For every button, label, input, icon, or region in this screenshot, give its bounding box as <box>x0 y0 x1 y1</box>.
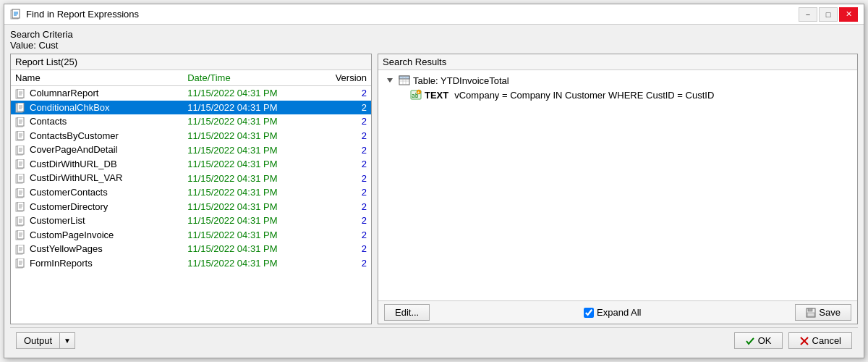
tree-text-expression: vCompany = Company IN Customer WHERE Cus… <box>454 90 714 101</box>
table-row[interactable]: CustDirWithURL_DB11/15/2022 04:31 PM2 <box>11 157 371 172</box>
report-version: 2 <box>324 86 371 101</box>
svg-marker-70 <box>387 78 393 83</box>
report-version: 2 <box>324 256 371 271</box>
table-row[interactable]: CustomerContacts11/15/2022 04:31 PM2 <box>11 185 371 200</box>
maximize-button[interactable]: □ <box>819 7 838 22</box>
report-datetime: 11/15/2022 04:31 PM <box>183 157 324 172</box>
report-icon <box>15 159 27 169</box>
minimize-button[interactable]: − <box>799 7 817 22</box>
output-button[interactable]: Output <box>17 333 59 348</box>
report-icon <box>15 103 27 113</box>
report-icon <box>15 117 27 127</box>
report-icon <box>15 245 27 255</box>
tree-text-node: ab + TEXT vCompany = Company IN Customer… <box>407 88 854 102</box>
report-list-panel: Report List(25) Name Date/Time Version <box>10 54 372 324</box>
report-version: 2 <box>324 228 371 243</box>
main-panels: Report List(25) Name Date/Time Version <box>10 54 858 324</box>
table-row[interactable]: CustomPageInvoice11/15/2022 04:31 PM2 <box>11 228 371 243</box>
tree-table-node: Table: YTDInvoiceTotal <box>381 73 854 88</box>
report-icon <box>15 146 27 156</box>
col-header-version: Version <box>324 70 371 86</box>
expand-all-checkbox[interactable] <box>584 308 594 318</box>
svg-rect-72 <box>399 76 409 79</box>
report-name: ContactsByCustomer <box>30 130 119 141</box>
report-icon <box>15 202 27 212</box>
output-split-button[interactable]: Output ▼ <box>16 332 75 349</box>
output-arrow[interactable]: ▼ <box>59 333 75 348</box>
report-datetime: 11/15/2022 04:31 PM <box>183 242 324 256</box>
report-icon <box>15 89 27 99</box>
report-datetime: 11/15/2022 04:31 PM <box>183 114 324 129</box>
bottom-left: Output ▼ <box>16 332 75 349</box>
window-icon <box>10 9 22 20</box>
report-datetime: 11/15/2022 04:31 PM <box>183 143 324 157</box>
window-title: Find in Report Expressions <box>26 9 139 20</box>
table-icon <box>399 75 410 86</box>
text-expression-icon: ab + <box>410 89 422 101</box>
table-row[interactable]: Contacts11/15/2022 04:31 PM2 <box>11 114 371 129</box>
col-header-datetime: Date/Time <box>183 70 324 86</box>
table-row[interactable]: ContactsByCustomer11/15/2022 04:31 PM2 <box>11 129 371 143</box>
report-icon <box>15 230 27 240</box>
tree-expand-toggle[interactable] <box>384 75 396 86</box>
report-datetime: 11/15/2022 04:31 PM <box>183 185 324 200</box>
title-controls: − □ ✕ <box>799 7 858 22</box>
report-icon <box>15 188 27 198</box>
search-criteria-label: Search Criteria <box>10 29 858 40</box>
report-icon <box>15 258 27 269</box>
report-datetime: 11/15/2022 04:31 PM <box>183 101 324 115</box>
report-name: CustomerList <box>30 215 85 226</box>
search-results-panel: Search Results <box>378 54 858 324</box>
table-row[interactable]: CustomerList11/15/2022 04:31 PM2 <box>11 214 371 228</box>
search-results-header: Search Results <box>378 54 857 70</box>
report-table[interactable]: Name Date/Time Version ColumnarReport11/… <box>11 70 371 324</box>
window-content: Search Criteria Value: Cust Report List(… <box>4 25 864 358</box>
table-row[interactable]: ColumnarReport11/15/2022 04:31 PM2 <box>11 86 371 101</box>
report-name: Contacts <box>30 116 67 127</box>
search-criteria-section: Search Criteria Value: Cust <box>10 29 858 51</box>
title-bar: Find in Report Expressions − □ ✕ <box>4 4 864 25</box>
title-bar-left: Find in Report Expressions <box>10 9 139 20</box>
report-version: 2 <box>324 129 371 143</box>
table-row[interactable]: CustYellowPages11/15/2022 04:31 PM2 <box>11 242 371 256</box>
search-results-tree: Table: YTDInvoiceTotal ab + <box>378 70 857 300</box>
tree-child-area: ab + TEXT vCompany = Company IN Customer… <box>407 88 854 102</box>
report-datetime: 11/15/2022 04:31 PM <box>183 86 324 101</box>
report-name: ColumnarReport <box>30 88 98 98</box>
report-icon <box>15 174 27 184</box>
report-version: 2 <box>324 171 371 185</box>
bottom-right: OK Cancel <box>734 332 852 349</box>
cancel-button[interactable]: Cancel <box>788 332 852 349</box>
report-name: CustDirWithURL_DB <box>30 159 117 169</box>
svg-rect-81 <box>808 308 812 311</box>
report-datetime: 11/15/2022 04:31 PM <box>183 129 324 143</box>
table-row[interactable]: CustDirWithURL_VAR11/15/2022 04:31 PM2 <box>11 171 371 185</box>
table-row[interactable]: CustomerDirectory11/15/2022 04:31 PM2 <box>11 200 371 214</box>
expand-all-text: Expand All <box>597 307 641 318</box>
edit-button[interactable]: Edit... <box>384 304 430 321</box>
report-version: 2 <box>324 114 371 129</box>
report-version: 2 <box>324 143 371 157</box>
report-icon <box>15 216 27 227</box>
table-row[interactable]: FormInReports11/15/2022 04:31 PM2 <box>11 256 371 271</box>
table-row[interactable]: CoverPageAndDetail11/15/2022 04:31 PM2 <box>11 143 371 157</box>
report-list-header: Report List(25) <box>11 54 371 70</box>
report-name: CoverPageAndDetail <box>30 144 117 155</box>
expand-all-label[interactable]: Expand All <box>584 307 641 318</box>
report-version: 2 <box>324 214 371 228</box>
bottom-bar: Output ▼ OK Cancel <box>10 327 858 353</box>
report-name: FormInReports <box>30 258 93 269</box>
table-row[interactable]: ConditionalChkBox11/15/2022 04:31 PM2 <box>11 101 371 115</box>
tree-table-label: Table: YTDInvoiceTotal <box>413 75 509 86</box>
cancel-icon <box>799 336 809 346</box>
search-criteria-value: Value: Cust <box>10 40 858 51</box>
save-button[interactable]: Save <box>795 304 851 321</box>
save-icon <box>806 308 816 318</box>
close-button[interactable]: ✕ <box>839 7 858 22</box>
svg-text:+: + <box>417 90 420 94</box>
ok-button[interactable]: OK <box>734 332 783 349</box>
report-datetime: 11/15/2022 04:31 PM <box>183 256 324 271</box>
tree-text-type: TEXT <box>425 90 448 101</box>
report-datetime: 11/15/2022 04:31 PM <box>183 228 324 243</box>
col-header-name: Name <box>11 70 183 86</box>
